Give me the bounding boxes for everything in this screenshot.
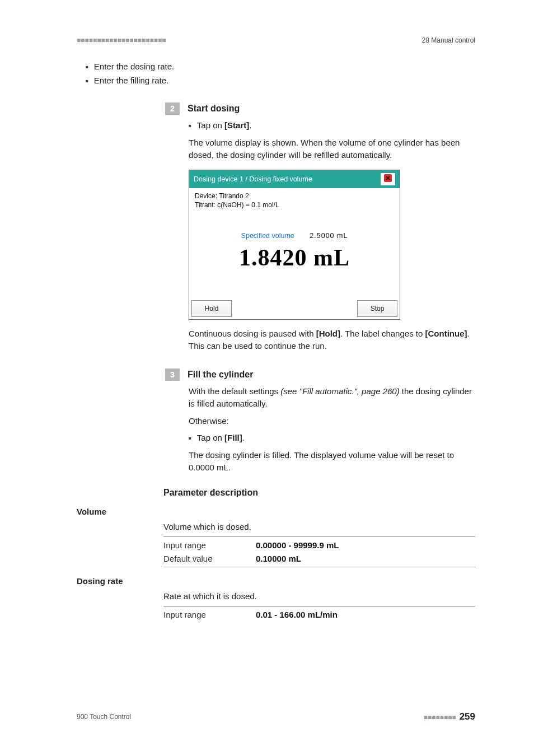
footer-dashes: ■■■■■■■■ bbox=[424, 713, 456, 721]
param-dosing-rate-name: Dosing rate bbox=[77, 576, 475, 586]
list-item: Tap on [Fill]. bbox=[189, 432, 475, 445]
page-header: ■■■■■■■■■■■■■■■■■■■■■■ 28 Manual control bbox=[77, 36, 475, 44]
paragraph: Otherwise: bbox=[189, 415, 475, 428]
list-item: Enter the dosing rate. bbox=[86, 60, 475, 73]
step-2-bullets: Tap on [Start]. bbox=[189, 119, 475, 132]
param-desc: Rate at which it is dosed. bbox=[163, 590, 475, 603]
top-bullets: Enter the dosing rate. Enter the filling… bbox=[86, 60, 475, 87]
hold-button[interactable]: Hold bbox=[191, 300, 232, 317]
step-3-bullets: Tap on [Fill]. bbox=[189, 432, 475, 445]
step-3-after: The dosing cylinder is filled. The displ… bbox=[189, 449, 475, 474]
bullet-text: Tap on [Start]. bbox=[197, 119, 252, 132]
specified-volume-row: Specified volume 2.5000 mL bbox=[195, 232, 394, 240]
stop-button[interactable]: Stop bbox=[357, 300, 397, 317]
device-line: Device: Titrando 2 bbox=[195, 192, 394, 200]
param-dosing-rate-body: Rate at which it is dosed. Input range 0… bbox=[163, 590, 475, 623]
param-volume-table: Input range 0.00000 - 99999.9 mL Default… bbox=[163, 536, 475, 567]
row-key: Input range bbox=[163, 539, 256, 552]
paragraph: With the default settings (see "Fill aut… bbox=[189, 385, 475, 410]
row-value: 0.01 - 166.00 mL/min bbox=[256, 608, 338, 621]
paragraph: Continuous dosing is paused with [Hold].… bbox=[189, 328, 475, 353]
paragraph: The volume display is shown. When the vo… bbox=[189, 137, 475, 162]
close-icon bbox=[383, 174, 392, 184]
parameter-description-title: Parameter description bbox=[163, 488, 475, 498]
header-dashes: ■■■■■■■■■■■■■■■■■■■■■■ bbox=[77, 36, 166, 44]
dialog-footer: Hold Stop bbox=[189, 300, 400, 319]
table-row: Input range 0.00000 - 99999.9 mL bbox=[163, 539, 475, 552]
step-2-header: 2 Start dosing bbox=[165, 102, 475, 115]
step-title: Start dosing bbox=[188, 102, 240, 115]
footer-right: ■■■■■■■■259 bbox=[424, 711, 475, 722]
step-3-header: 3 Fill the cylinder bbox=[165, 368, 475, 381]
page-number: 259 bbox=[460, 711, 475, 722]
row-key: Input range bbox=[163, 608, 256, 621]
row-value: 0.10000 mL bbox=[256, 552, 301, 565]
step-title: Fill the cylinder bbox=[188, 368, 253, 381]
paragraph: The dosing cylinder is filled. The displ… bbox=[189, 449, 475, 474]
row-value: 0.00000 - 99999.9 mL bbox=[256, 539, 339, 552]
param-volume-name: Volume bbox=[77, 507, 475, 516]
list-item: Tap on [Start]. bbox=[189, 119, 475, 132]
page-content: Enter the dosing rate. Enter the filling… bbox=[0, 60, 534, 623]
dialog-body: Device: Titrando 2 Titrant: c(NaOH) = 0.… bbox=[189, 188, 400, 300]
page-footer: 900 Touch Control ■■■■■■■■259 bbox=[77, 711, 475, 722]
list-item: Enter the filling rate. bbox=[86, 74, 475, 87]
specified-volume-value: 2.5000 mL bbox=[310, 232, 348, 240]
dosing-device-screenshot: Dosing device 1 / Dosing fixed volume De… bbox=[189, 170, 400, 320]
step-3-body: With the default settings (see "Fill aut… bbox=[189, 385, 475, 428]
table-row: Input range 0.01 - 166.00 mL/min bbox=[163, 608, 475, 621]
param-desc: Volume which is dosed. bbox=[163, 521, 475, 534]
bullet-text: Enter the dosing rate. bbox=[94, 60, 174, 73]
step-number: 3 bbox=[165, 368, 180, 381]
footer-left: 900 Touch Control bbox=[77, 713, 131, 721]
dialog-title: Dosing device 1 / Dosing fixed volume bbox=[194, 175, 312, 183]
step-2-after: Continuous dosing is paused with [Hold].… bbox=[189, 328, 475, 353]
param-dosing-rate-table: Input range 0.01 - 166.00 mL/min bbox=[163, 606, 475, 623]
header-section: 28 Manual control bbox=[422, 36, 475, 44]
bullet-text: Enter the filling rate. bbox=[94, 74, 168, 87]
dialog-titlebar: Dosing device 1 / Dosing fixed volume bbox=[189, 170, 400, 188]
step-number: 2 bbox=[165, 102, 180, 115]
param-volume-body: Volume which is dosed. Input range 0.000… bbox=[163, 521, 475, 567]
specified-volume-label: Specified volume bbox=[241, 232, 294, 240]
titrant-line: Titrant: c(NaOH) = 0.1 mol/L bbox=[195, 200, 394, 209]
dosed-volume-display: 1.8420 mL bbox=[195, 244, 394, 271]
row-key: Default value bbox=[163, 552, 256, 565]
close-button[interactable] bbox=[381, 173, 395, 185]
table-row: Default value 0.10000 mL bbox=[163, 552, 475, 565]
step-2-para: The volume display is shown. When the vo… bbox=[189, 137, 475, 162]
bullet-text: Tap on [Fill]. bbox=[197, 432, 245, 445]
